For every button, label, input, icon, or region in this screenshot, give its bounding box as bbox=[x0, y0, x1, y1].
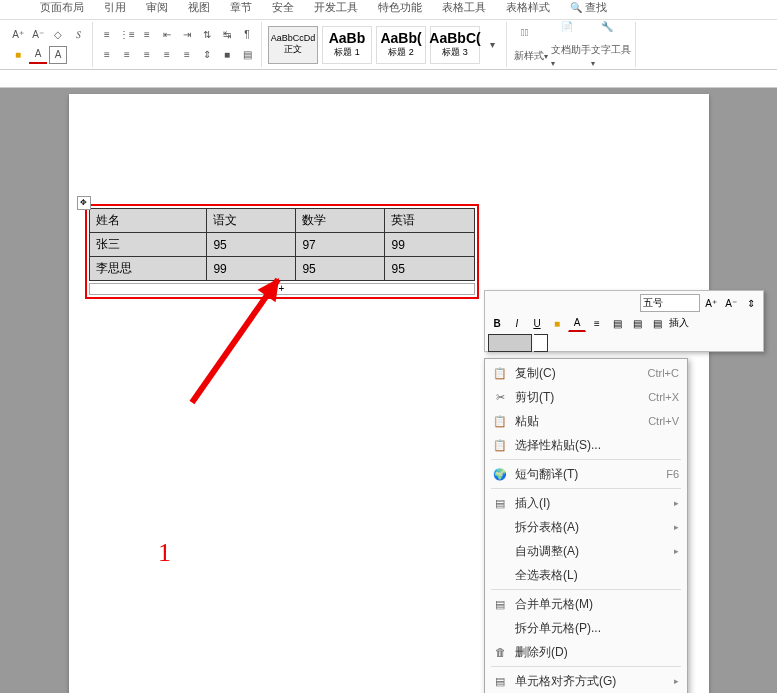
show-marks-icon[interactable]: ¶ bbox=[238, 26, 256, 44]
blank-icon bbox=[491, 519, 509, 535]
font-shrink-mini-icon[interactable]: A⁻ bbox=[722, 294, 740, 312]
char-border-icon[interactable]: A bbox=[49, 46, 67, 64]
table-move-handle[interactable]: ✥ bbox=[77, 196, 91, 210]
style-option[interactable]: AaBb(标题 2 bbox=[376, 26, 426, 64]
context-menu-item[interactable]: 全选表格(L) bbox=[485, 563, 687, 587]
style-option[interactable]: AaBb标题 1 bbox=[322, 26, 372, 64]
style-option[interactable]: AaBbC(标题 3 bbox=[430, 26, 480, 64]
table-row[interactable]: 李思思999595 bbox=[89, 257, 474, 281]
menu-tab[interactable]: 🔍 查找 bbox=[560, 0, 617, 15]
align-center-icon[interactable]: ≡ bbox=[118, 46, 136, 64]
table-cell[interactable]: 99 bbox=[207, 257, 296, 281]
change-case-icon[interactable]: ◇ bbox=[49, 26, 67, 44]
numbering-icon[interactable]: ⋮≡ bbox=[118, 26, 136, 44]
highlight-icon[interactable]: ■ bbox=[9, 46, 27, 64]
highlight-mini-icon[interactable]: ■ bbox=[548, 314, 566, 332]
font-shrink-icon[interactable]: A⁻ bbox=[29, 26, 47, 44]
menu-item-label: 插入(I) bbox=[515, 495, 674, 512]
underline-icon[interactable]: U bbox=[528, 314, 546, 332]
ribbon-tool[interactable]: 🔧文字工具▾ bbox=[591, 21, 631, 68]
inc-indent-icon[interactable]: ⇥ bbox=[178, 26, 196, 44]
clear-format-icon[interactable]: 𝑆 bbox=[69, 26, 87, 44]
menu-item-label: 全选表格(L) bbox=[515, 567, 679, 584]
ribbon-tool[interactable]: 📄文档助手▾ bbox=[551, 21, 591, 68]
cell-preview-a bbox=[488, 334, 532, 352]
font-size-input[interactable] bbox=[640, 294, 700, 312]
table-cell[interactable]: 李思思 bbox=[89, 257, 207, 281]
menu-item-label: 删除列(D) bbox=[515, 644, 679, 661]
table-row[interactable]: 张三959799 bbox=[89, 233, 474, 257]
table-cell[interactable]: 英语 bbox=[385, 209, 474, 233]
submenu-arrow-icon: ▸ bbox=[674, 676, 679, 686]
align-left-icon[interactable]: ≡ bbox=[98, 46, 116, 64]
menu-tab[interactable]: 审阅 bbox=[136, 0, 178, 15]
align-right-icon[interactable]: ≡ bbox=[138, 46, 156, 64]
font-grow-icon[interactable]: A⁺ bbox=[9, 26, 27, 44]
font-color-icon[interactable]: A bbox=[29, 46, 47, 64]
context-menu-item[interactable]: 自动调整(A)▸ bbox=[485, 539, 687, 563]
styles-more-icon[interactable]: ▾ bbox=[483, 36, 501, 54]
menu-tab[interactable]: 安全 bbox=[262, 0, 304, 15]
context-menu-item[interactable]: 📋粘贴Ctrl+V bbox=[485, 409, 687, 433]
border-mini-icon[interactable]: ▤ bbox=[608, 314, 626, 332]
distribute-icon[interactable]: ≡ bbox=[178, 46, 196, 64]
shading-icon[interactable]: ■ bbox=[218, 46, 236, 64]
font-grow-mini-icon[interactable]: A⁺ bbox=[702, 294, 720, 312]
table-cell[interactable]: 97 bbox=[296, 233, 385, 257]
context-menu-item[interactable]: ▤插入(I)▸ bbox=[485, 491, 687, 515]
mini-toolbar: A⁺ A⁻ ⇕ B I U ■ A ≡ ▤ ▤ ▤ 插入 bbox=[484, 290, 764, 352]
table-cell[interactable]: 99 bbox=[385, 233, 474, 257]
copy-icon: 📋 bbox=[491, 365, 509, 381]
ribbon-tool[interactable]: Ａ̉新样式▾ bbox=[511, 27, 551, 63]
tab-icon[interactable]: ↹ bbox=[218, 26, 236, 44]
context-menu-item[interactable]: 拆分表格(A)▸ bbox=[485, 515, 687, 539]
table-row[interactable]: 姓名语文数学英语 bbox=[89, 209, 474, 233]
table-cell[interactable]: 95 bbox=[385, 257, 474, 281]
menu-item-label: 选择性粘贴(S)... bbox=[515, 437, 679, 454]
line-spacing-icon[interactable]: ⇕ bbox=[198, 46, 216, 64]
menu-tab[interactable]: 章节 bbox=[220, 0, 262, 15]
justify-icon[interactable]: ≡ bbox=[158, 46, 176, 64]
menu-tab[interactable]: 开发工具 bbox=[304, 0, 368, 15]
document-table[interactable]: 姓名语文数学英语张三959799李思思999595 bbox=[89, 208, 475, 281]
menu-tab[interactable]: 表格样式 bbox=[496, 0, 560, 15]
context-menu-item[interactable]: 🗑删除列(D) bbox=[485, 640, 687, 664]
context-menu-item[interactable]: 拆分单元格(P)... bbox=[485, 616, 687, 640]
line-spacing-mini-icon[interactable]: ⇕ bbox=[742, 294, 760, 312]
menu-tab[interactable]: 引用 bbox=[94, 0, 136, 15]
align-mini-icon[interactable]: ≡ bbox=[588, 314, 606, 332]
context-menu-item[interactable]: 📋复制(C)Ctrl+C bbox=[485, 361, 687, 385]
context-menu-item[interactable]: ✂剪切(T)Ctrl+X bbox=[485, 385, 687, 409]
merge-mini-icon[interactable]: ▤ bbox=[628, 314, 646, 332]
menu-tab[interactable]: 表格工具 bbox=[432, 0, 496, 15]
context-menu-item[interactable]: 🌍短句翻译(T)F6 bbox=[485, 462, 687, 486]
italic-icon[interactable]: I bbox=[508, 314, 526, 332]
table-cell[interactable]: 95 bbox=[207, 233, 296, 257]
menu-item-label: 短句翻译(T) bbox=[515, 466, 666, 483]
menu-item-label: 自动调整(A) bbox=[515, 543, 674, 560]
blank-icon bbox=[491, 543, 509, 559]
context-menu-item[interactable]: 📋选择性粘贴(S)... bbox=[485, 433, 687, 457]
cell-preview-b bbox=[534, 334, 548, 352]
table-cell[interactable]: 姓名 bbox=[89, 209, 207, 233]
table-cell[interactable]: 95 bbox=[296, 257, 385, 281]
autofit-mini-icon[interactable]: ▤ bbox=[648, 314, 666, 332]
table-cell[interactable]: 数学 bbox=[296, 209, 385, 233]
context-menu-item[interactable]: ▤合并单元格(M) bbox=[485, 592, 687, 616]
table-cell[interactable]: 张三 bbox=[89, 233, 207, 257]
bullets-icon[interactable]: ≡ bbox=[98, 26, 116, 44]
multilevel-icon[interactable]: ≡ bbox=[138, 26, 156, 44]
insert-mini-icon[interactable]: 插入 bbox=[668, 314, 690, 332]
sort-icon[interactable]: ⇅ bbox=[198, 26, 216, 44]
table-cell[interactable]: 语文 bbox=[207, 209, 296, 233]
menu-tab[interactable]: 页面布局 bbox=[30, 0, 94, 15]
menu-tab[interactable]: 视图 bbox=[178, 0, 220, 15]
context-menu-item[interactable]: ▤单元格对齐方式(G)▸ bbox=[485, 669, 687, 693]
borders-icon[interactable]: ▤ bbox=[238, 46, 256, 64]
style-option[interactable]: AaBbCcDd正文 bbox=[268, 26, 318, 64]
dec-indent-icon[interactable]: ⇤ bbox=[158, 26, 176, 44]
menu-tab[interactable]: 特色功能 bbox=[368, 0, 432, 15]
font-color-mini-icon[interactable]: A bbox=[568, 314, 586, 332]
bold-icon[interactable]: B bbox=[488, 314, 506, 332]
styles-group: AaBbCcDd正文AaBb标题 1AaBb(标题 2AaBbC(标题 3▾ bbox=[262, 22, 507, 67]
